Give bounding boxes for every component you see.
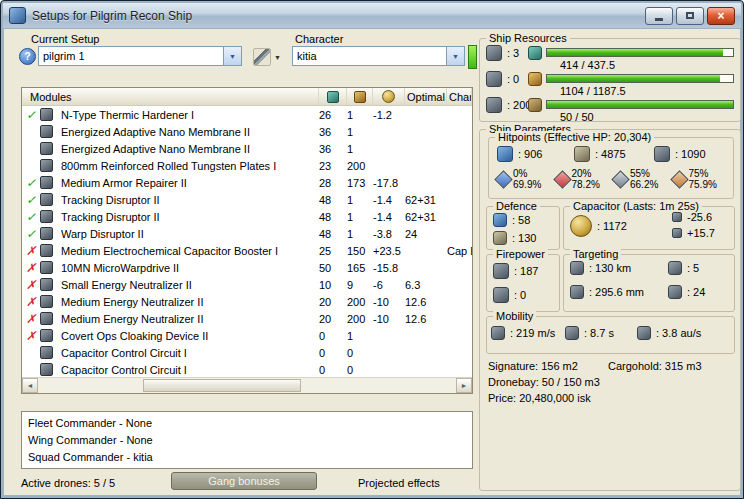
module-row[interactable]: Tracking Disruptor II 48 1 -1.4 62+31 [22,208,472,225]
column-powergrid[interactable] [347,88,373,105]
module-row[interactable]: N-Type Thermic Hardener I 26 1 -1.2 [22,106,472,123]
column-optimal[interactable]: Optimal [405,88,447,105]
character-label: Character [295,33,343,45]
module-powergrid-value: 0 [347,364,373,376]
module-status-cell [22,193,40,207]
module-row[interactable]: Warp Disruptor II 48 1 -3.8 24 [22,225,472,242]
column-cpu[interactable] [319,88,347,105]
module-icon [40,193,53,206]
mobility-title: Mobility [493,310,536,322]
capacitor-peak-value: +15.7 [687,227,715,239]
scroll-right-icon[interactable]: ► [456,378,472,393]
shield-recharge-value: : 58 [512,214,530,226]
module-cpu-value: 10 [319,279,347,291]
warp-speed-value: : 3.8 au/s [656,327,701,339]
armor-resist-value: 78.2% [572,179,600,190]
module-icon [40,159,53,172]
cap-recharge-icon [672,228,682,238]
scroll-left-icon[interactable]: ◄ [22,378,38,393]
gang-bonuses-button[interactable]: Gang bonuses [171,472,317,490]
client-area: Current Setup ? pilgrim 1 ▼ ▼ Character … [4,29,740,495]
module-row[interactable]: Capacitor Control Circuit I 0 0 [22,361,472,377]
chevron-down-icon[interactable]: ▼ [223,47,241,65]
module-status-icon [24,124,38,138]
module-powergrid-value: 200 [347,296,373,308]
module-status-icon [24,295,38,309]
module-row[interactable]: Energized Adaptive Nano Membrane II 36 1 [22,140,472,157]
module-optimal-value: 62+31 [405,194,447,206]
module-row[interactable]: Capacitor Control Circuit I 0 0 [22,344,472,361]
module-row[interactable]: Medium Electrochemical Capacitor Booster… [22,242,472,259]
cpu-icon [528,46,542,60]
title-bar[interactable]: Setups for Pilgrim Recon Ship × [3,3,741,28]
module-row[interactable]: Medium Energy Neutralizer II 20 200 -10 … [22,310,472,327]
shield-resist-value: 0% [513,168,541,179]
module-powergrid-value: 1 [347,143,373,155]
maximize-button[interactable] [676,7,704,25]
module-powergrid-value: 1 [347,194,373,206]
rig-bar-fill [547,101,733,108]
resist-icon [611,170,629,188]
module-row[interactable]: Medium Energy Neutralizer II 20 200 -10 … [22,293,472,310]
commander-item[interactable]: Squad Commander - kitia [22,449,472,466]
tools-chevron-down-icon: ▼ [274,54,281,61]
hitpoints-title: Hitpoints (Effective HP: 20,304) [495,131,654,143]
module-optimal-value: 62+31 [405,211,447,223]
armor-resist-value: 69.9% [513,179,541,190]
help-icon[interactable]: ? [19,48,36,65]
capacitor-icon [570,215,592,237]
setup-tools-button[interactable]: ▼ [247,46,287,68]
cpu-bar-fill [547,49,723,56]
resist-icon [553,170,571,188]
module-row[interactable]: Medium Armor Repairer II 28 173 -17.8 [22,174,472,191]
column-modules[interactable]: Modules [22,88,319,105]
minimize-button[interactable] [645,7,673,25]
armor-repair-icon [493,231,507,245]
module-row[interactable]: Tracking Disruptor II 48 1 -1.4 62+31 [22,191,472,208]
current-setup-label: Current Setup [31,33,99,45]
commanders-list[interactable]: Fleet Commander - None Wing Commander - … [21,411,473,469]
module-name: Medium Armor Repairer II [61,177,319,189]
mobility-warp: : 3.8 au/s [637,326,701,340]
scrollbar-thumb[interactable] [143,379,302,392]
modules-list: N-Type Thermic Hardener I 26 1 -1.2 Ener… [22,106,472,377]
module-row[interactable]: 10MN MicroWarpdrive II 50 165 -15.8 [22,259,472,276]
module-cpu-value: 25 [319,245,347,257]
module-row[interactable]: 800mm Reinforced Rolled Tungsten Plates … [22,157,472,174]
module-icon-cell [40,142,61,156]
scan-resolution-value: : 295.6 mm [589,286,644,298]
module-cpu-value: 28 [319,177,347,189]
scrollbar-track[interactable] [38,378,456,393]
module-icon [40,278,53,291]
powergrid-usage-label: 1104 / 1187.5 [560,85,626,97]
minimize-icon [655,18,663,21]
module-row[interactable]: Small Energy Neutralizer II 10 9 -6 6.3 [22,276,472,293]
module-icon [40,346,53,359]
module-row[interactable]: Covert Ops Cloaking Device II 0 1 [22,327,472,344]
character-combobox[interactable]: kitia ▼ [292,46,465,66]
module-powergrid-value: 1 [347,228,373,240]
column-charge[interactable]: Char [447,88,472,105]
module-status-cell [22,141,40,157]
module-status-icon [24,210,38,224]
module-name: Warp Disruptor II [61,228,319,240]
module-status-cell [22,345,40,361]
commander-item[interactable]: Wing Commander - None [22,432,472,449]
armor-repair-value: : 130 [512,232,536,244]
module-capacitor-value: -1.4 [373,211,405,223]
module-icon [40,227,53,240]
character-skill-indicator [468,45,477,69]
close-button[interactable]: × [707,7,735,25]
commander-item[interactable]: Fleet Commander - None [22,415,472,432]
module-capacitor-value: -10 [373,296,405,308]
current-setup-combobox[interactable]: pilgrim 1 ▼ [38,46,242,66]
module-row[interactable]: Energized Adaptive Nano Membrane II 36 1 [22,123,472,140]
chevron-down-icon[interactable]: ▼ [446,47,464,65]
horizontal-scrollbar[interactable]: ◄ ► [22,377,472,393]
module-cpu-value: 50 [319,262,347,274]
projected-effects-tab[interactable]: Projected effects [358,477,440,489]
armor-resist-value: 75.9% [689,179,717,190]
column-capacitor[interactable] [373,88,405,105]
module-powergrid-value: 1 [347,211,373,223]
module-icon-cell [40,295,61,309]
